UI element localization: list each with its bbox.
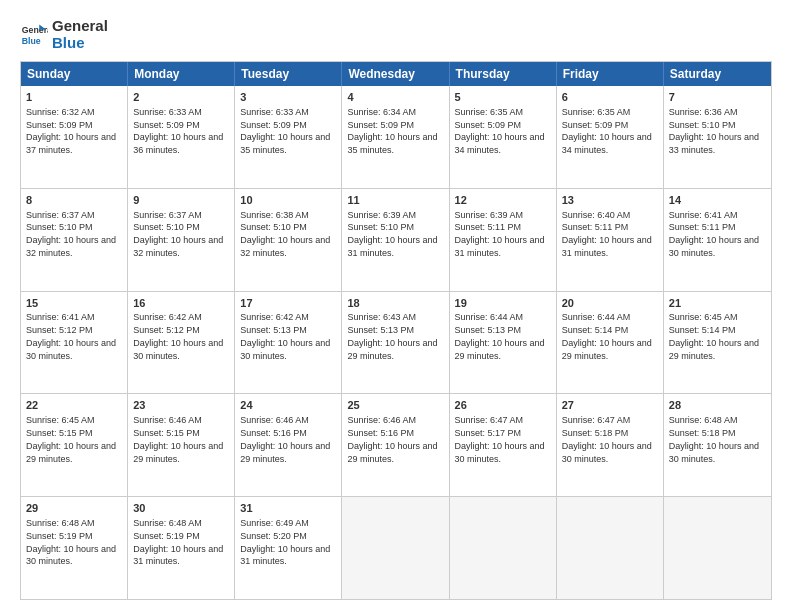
daylight-label: Daylight: 10 hours and 30 minutes. <box>133 338 223 361</box>
day-number: 22 <box>26 398 122 413</box>
sunset-info: Sunset: 5:10 PM <box>133 222 200 232</box>
sunset-info: Sunset: 5:12 PM <box>133 325 200 335</box>
cal-week-1: 1Sunrise: 6:32 AMSunset: 5:09 PMDaylight… <box>21 86 771 189</box>
daylight-label: Daylight: 10 hours and 31 minutes. <box>133 544 223 567</box>
cal-cell-day-6: 6Sunrise: 6:35 AMSunset: 5:09 PMDaylight… <box>557 86 664 188</box>
sunrise-info: Sunrise: 6:48 AM <box>669 415 738 425</box>
daylight-label: Daylight: 10 hours and 30 minutes. <box>562 441 652 464</box>
day-number: 14 <box>669 193 766 208</box>
daylight-label: Daylight: 10 hours and 34 minutes. <box>455 132 545 155</box>
sunset-info: Sunset: 5:11 PM <box>455 222 522 232</box>
cal-cell-day-15: 15Sunrise: 6:41 AMSunset: 5:12 PMDayligh… <box>21 292 128 394</box>
calendar-body: 1Sunrise: 6:32 AMSunset: 5:09 PMDaylight… <box>21 86 771 599</box>
cal-cell-day-12: 12Sunrise: 6:39 AMSunset: 5:11 PMDayligh… <box>450 189 557 291</box>
daylight-label: Daylight: 10 hours and 29 minutes. <box>347 338 437 361</box>
calendar-header-row: SundayMondayTuesdayWednesdayThursdayFrid… <box>21 62 771 86</box>
day-number: 5 <box>455 90 551 105</box>
cal-cell-day-7: 7Sunrise: 6:36 AMSunset: 5:10 PMDaylight… <box>664 86 771 188</box>
daylight-label: Daylight: 10 hours and 30 minutes. <box>26 338 116 361</box>
sunset-info: Sunset: 5:19 PM <box>26 531 93 541</box>
cal-cell-day-16: 16Sunrise: 6:42 AMSunset: 5:12 PMDayligh… <box>128 292 235 394</box>
cal-header-wednesday: Wednesday <box>342 62 449 86</box>
cal-week-2: 8Sunrise: 6:37 AMSunset: 5:10 PMDaylight… <box>21 189 771 292</box>
daylight-label: Daylight: 10 hours and 30 minutes. <box>669 235 759 258</box>
day-number: 20 <box>562 296 658 311</box>
day-number: 10 <box>240 193 336 208</box>
sunset-info: Sunset: 5:09 PM <box>26 120 93 130</box>
cal-cell-day-1: 1Sunrise: 6:32 AMSunset: 5:09 PMDaylight… <box>21 86 128 188</box>
sunrise-info: Sunrise: 6:32 AM <box>26 107 95 117</box>
cal-cell-day-18: 18Sunrise: 6:43 AMSunset: 5:13 PMDayligh… <box>342 292 449 394</box>
cal-cell-day-17: 17Sunrise: 6:42 AMSunset: 5:13 PMDayligh… <box>235 292 342 394</box>
daylight-label: Daylight: 10 hours and 30 minutes. <box>669 441 759 464</box>
day-number: 9 <box>133 193 229 208</box>
sunrise-info: Sunrise: 6:33 AM <box>133 107 202 117</box>
sunset-info: Sunset: 5:11 PM <box>669 222 736 232</box>
daylight-label: Daylight: 10 hours and 34 minutes. <box>562 132 652 155</box>
logo-text-blue: Blue <box>52 35 108 52</box>
sunset-info: Sunset: 5:18 PM <box>669 428 736 438</box>
daylight-label: Daylight: 10 hours and 31 minutes. <box>455 235 545 258</box>
sunrise-info: Sunrise: 6:45 AM <box>669 312 738 322</box>
cal-header-saturday: Saturday <box>664 62 771 86</box>
sunset-info: Sunset: 5:13 PM <box>455 325 522 335</box>
sunset-info: Sunset: 5:15 PM <box>26 428 93 438</box>
sunset-info: Sunset: 5:09 PM <box>562 120 629 130</box>
sunrise-info: Sunrise: 6:36 AM <box>669 107 738 117</box>
sunset-info: Sunset: 5:12 PM <box>26 325 93 335</box>
sunset-info: Sunset: 5:13 PM <box>347 325 414 335</box>
daylight-label: Daylight: 10 hours and 32 minutes. <box>26 235 116 258</box>
sunset-info: Sunset: 5:10 PM <box>240 222 307 232</box>
daylight-label: Daylight: 10 hours and 31 minutes. <box>347 235 437 258</box>
sunset-info: Sunset: 5:16 PM <box>347 428 414 438</box>
cal-week-3: 15Sunrise: 6:41 AMSunset: 5:12 PMDayligh… <box>21 292 771 395</box>
sunset-info: Sunset: 5:14 PM <box>669 325 736 335</box>
cal-week-4: 22Sunrise: 6:45 AMSunset: 5:15 PMDayligh… <box>21 394 771 497</box>
daylight-label: Daylight: 10 hours and 29 minutes. <box>562 338 652 361</box>
logo-icon: General Blue <box>20 21 48 49</box>
cal-header-tuesday: Tuesday <box>235 62 342 86</box>
cal-cell-day-3: 3Sunrise: 6:33 AMSunset: 5:09 PMDaylight… <box>235 86 342 188</box>
cal-cell-day-2: 2Sunrise: 6:33 AMSunset: 5:09 PMDaylight… <box>128 86 235 188</box>
sunrise-info: Sunrise: 6:48 AM <box>26 518 95 528</box>
cal-header-thursday: Thursday <box>450 62 557 86</box>
cal-cell-empty <box>450 497 557 599</box>
daylight-label: Daylight: 10 hours and 29 minutes. <box>26 441 116 464</box>
cal-header-monday: Monday <box>128 62 235 86</box>
cal-cell-day-30: 30Sunrise: 6:48 AMSunset: 5:19 PMDayligh… <box>128 497 235 599</box>
cal-header-friday: Friday <box>557 62 664 86</box>
day-number: 30 <box>133 501 229 516</box>
sunrise-info: Sunrise: 6:37 AM <box>26 210 95 220</box>
day-number: 17 <box>240 296 336 311</box>
cal-cell-empty <box>664 497 771 599</box>
sunset-info: Sunset: 5:15 PM <box>133 428 200 438</box>
sunrise-info: Sunrise: 6:42 AM <box>240 312 309 322</box>
sunrise-info: Sunrise: 6:46 AM <box>240 415 309 425</box>
sunset-info: Sunset: 5:19 PM <box>133 531 200 541</box>
sunset-info: Sunset: 5:09 PM <box>240 120 307 130</box>
cal-cell-day-22: 22Sunrise: 6:45 AMSunset: 5:15 PMDayligh… <box>21 394 128 496</box>
logo: General Blue General Blue <box>20 18 108 51</box>
sunset-info: Sunset: 5:14 PM <box>562 325 629 335</box>
sunset-info: Sunset: 5:13 PM <box>240 325 307 335</box>
cal-cell-day-20: 20Sunrise: 6:44 AMSunset: 5:14 PMDayligh… <box>557 292 664 394</box>
sunset-info: Sunset: 5:09 PM <box>347 120 414 130</box>
cal-cell-day-4: 4Sunrise: 6:34 AMSunset: 5:09 PMDaylight… <box>342 86 449 188</box>
cal-cell-empty <box>557 497 664 599</box>
day-number: 18 <box>347 296 443 311</box>
sunrise-info: Sunrise: 6:35 AM <box>562 107 631 117</box>
cal-cell-day-28: 28Sunrise: 6:48 AMSunset: 5:18 PMDayligh… <box>664 394 771 496</box>
sunrise-info: Sunrise: 6:45 AM <box>26 415 95 425</box>
sunset-info: Sunset: 5:17 PM <box>455 428 522 438</box>
cal-cell-day-23: 23Sunrise: 6:46 AMSunset: 5:15 PMDayligh… <box>128 394 235 496</box>
day-number: 29 <box>26 501 122 516</box>
cal-cell-day-26: 26Sunrise: 6:47 AMSunset: 5:17 PMDayligh… <box>450 394 557 496</box>
sunset-info: Sunset: 5:10 PM <box>669 120 736 130</box>
sunrise-info: Sunrise: 6:39 AM <box>455 210 524 220</box>
sunset-info: Sunset: 5:18 PM <box>562 428 629 438</box>
sunset-info: Sunset: 5:10 PM <box>347 222 414 232</box>
daylight-label: Daylight: 10 hours and 33 minutes. <box>669 132 759 155</box>
day-number: 13 <box>562 193 658 208</box>
daylight-label: Daylight: 10 hours and 32 minutes. <box>240 235 330 258</box>
daylight-label: Daylight: 10 hours and 29 minutes. <box>347 441 437 464</box>
